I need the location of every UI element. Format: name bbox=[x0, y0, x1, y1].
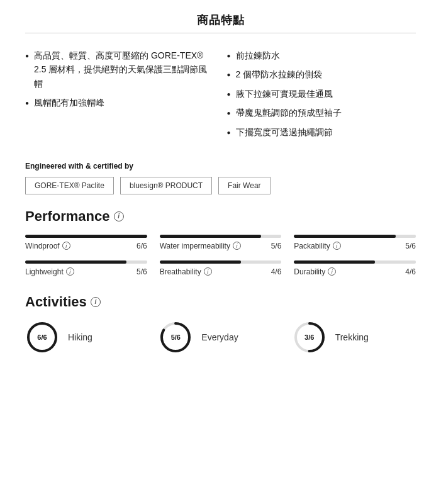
perf-name: Windproof bbox=[25, 242, 60, 250]
perf-name: Water impermeability bbox=[160, 242, 230, 250]
feature-list-right: 前拉鍊防水2 個帶防水拉鍊的側袋腋下拉鍊可實現最佳通風帶魔鬼氈調節的預成型袖子下… bbox=[227, 48, 416, 144]
perf-bar-fill bbox=[294, 235, 395, 238]
perf-bar-fill bbox=[294, 260, 375, 264]
perf-bar-track bbox=[160, 235, 282, 238]
perf-name: Durability bbox=[294, 267, 325, 276]
perf-score: 4/6 bbox=[271, 267, 282, 276]
perf-info-icon[interactable]: i bbox=[233, 242, 241, 250]
perf-bar-track bbox=[25, 235, 147, 238]
perf-bar-track bbox=[294, 260, 416, 264]
activity-score: 6/6 bbox=[37, 333, 47, 341]
perf-bar-track bbox=[294, 235, 416, 238]
certified-badges: GORE-TEX® Paclitebluesign® PRODUCTFair W… bbox=[25, 177, 416, 194]
performance-item: Breathability i 4/6 bbox=[160, 260, 282, 276]
perf-bar-fill bbox=[160, 260, 241, 264]
perf-info-icon[interactable]: i bbox=[204, 267, 212, 276]
performance-title: Performance i bbox=[25, 208, 416, 225]
activity-score: 5/6 bbox=[171, 333, 181, 341]
perf-label-row: Durability i 4/6 bbox=[294, 267, 416, 276]
feature-item: 2 個帶防水拉鍊的側袋 bbox=[227, 67, 416, 81]
certified-section: Engineered with & certified by GORE-TEX®… bbox=[25, 162, 416, 194]
certified-label: Engineered with & certified by bbox=[25, 162, 416, 171]
activities-title-text: Activities bbox=[25, 294, 87, 310]
certified-badge[interactable]: GORE-TEX® Paclite bbox=[25, 177, 114, 194]
activity-item: 3/6 Trekking bbox=[293, 320, 416, 354]
perf-score: 5/6 bbox=[137, 267, 147, 276]
performance-item: Durability i 4/6 bbox=[294, 260, 416, 276]
performance-item: Windproof i 6/6 bbox=[25, 235, 147, 250]
activity-item: 6/6 Hiking bbox=[25, 320, 148, 354]
perf-bar-track bbox=[25, 260, 147, 264]
activities-grid: 6/6 Hiking 5/6 Everyday 3/6 Trekking bbox=[25, 320, 416, 354]
perf-score: 5/6 bbox=[405, 242, 416, 250]
certified-badge[interactable]: bluesign® PRODUCT bbox=[120, 177, 212, 194]
feature-item: 下擺寬度可透過抽繩調節 bbox=[227, 125, 416, 139]
performance-title-text: Performance bbox=[25, 208, 110, 225]
feature-item: 腋下拉鍊可實現最佳通風 bbox=[227, 87, 416, 101]
certified-badge[interactable]: Fair Wear bbox=[218, 177, 270, 194]
performance-grid: Windproof i 6/6 Water impermeability i 5… bbox=[25, 235, 416, 276]
activities-section: Activities i 6/6 Hiking 5/6 Everyday bbox=[25, 294, 416, 354]
feature-item: 風帽配有加強帽峰 bbox=[25, 96, 215, 109]
perf-info-icon[interactable]: i bbox=[333, 242, 341, 250]
perf-label-left: Lightweight i bbox=[25, 267, 74, 276]
perf-score: 5/6 bbox=[271, 242, 282, 250]
perf-score: 4/6 bbox=[405, 267, 416, 276]
perf-info-icon[interactable]: i bbox=[62, 242, 70, 250]
feature-list-left: 高品質、輕質、高度可壓縮的 GORE-TEX® 2.5 層材料，提供絕對的天氣保… bbox=[25, 48, 215, 144]
activity-circle: 5/6 bbox=[159, 320, 193, 354]
perf-label-row: Windproof i 6/6 bbox=[25, 242, 147, 250]
activity-item: 5/6 Everyday bbox=[159, 320, 282, 354]
perf-label-left: Windproof i bbox=[25, 242, 70, 250]
perf-name: Packability bbox=[294, 242, 330, 250]
perf-label-row: Lightweight i 5/6 bbox=[25, 267, 147, 276]
activity-score: 3/6 bbox=[304, 333, 314, 341]
perf-score: 6/6 bbox=[137, 242, 147, 250]
perf-label-left: Durability i bbox=[294, 267, 336, 276]
activity-circle: 6/6 bbox=[25, 320, 59, 354]
perf-label-row: Packability i 5/6 bbox=[294, 242, 416, 250]
page-title: 商品特點 bbox=[25, 13, 416, 28]
activities-title: Activities i bbox=[25, 294, 416, 310]
perf-bar-fill bbox=[25, 235, 147, 238]
perf-bar-fill bbox=[25, 260, 126, 264]
perf-bar-fill bbox=[160, 235, 261, 238]
activity-name: Trekking bbox=[335, 332, 369, 342]
title-divider bbox=[25, 33, 416, 33]
feature-item: 高品質、輕質、高度可壓縮的 GORE-TEX® 2.5 層材料，提供絕對的天氣保… bbox=[25, 48, 215, 91]
feature-item: 前拉鍊防水 bbox=[227, 48, 416, 62]
performance-item: Lightweight i 5/6 bbox=[25, 260, 147, 276]
perf-label-row: Breathability i 4/6 bbox=[160, 267, 282, 276]
activity-name: Hiking bbox=[68, 332, 92, 342]
feature-item: 帶魔鬼氈調節的預成型袖子 bbox=[227, 106, 416, 120]
performance-item: Water impermeability i 5/6 bbox=[160, 235, 282, 250]
perf-label-left: Packability i bbox=[294, 242, 340, 250]
performance-item: Packability i 5/6 bbox=[294, 235, 416, 250]
activity-circle: 3/6 bbox=[293, 320, 327, 354]
perf-label-row: Water impermeability i 5/6 bbox=[160, 242, 282, 250]
perf-label-left: Breathability i bbox=[160, 267, 212, 276]
features-grid: 高品質、輕質、高度可壓縮的 GORE-TEX® 2.5 層材料，提供絕對的天氣保… bbox=[25, 48, 416, 144]
perf-name: Lightweight bbox=[25, 267, 64, 276]
perf-label-left: Water impermeability i bbox=[160, 242, 241, 250]
activities-info-icon[interactable]: i bbox=[91, 297, 101, 307]
performance-info-icon[interactable]: i bbox=[114, 211, 124, 221]
perf-info-icon[interactable]: i bbox=[66, 267, 74, 276]
perf-name: Breathability bbox=[160, 267, 201, 276]
perf-info-icon[interactable]: i bbox=[328, 267, 336, 276]
activity-name: Everyday bbox=[201, 332, 238, 342]
perf-bar-track bbox=[160, 260, 282, 264]
